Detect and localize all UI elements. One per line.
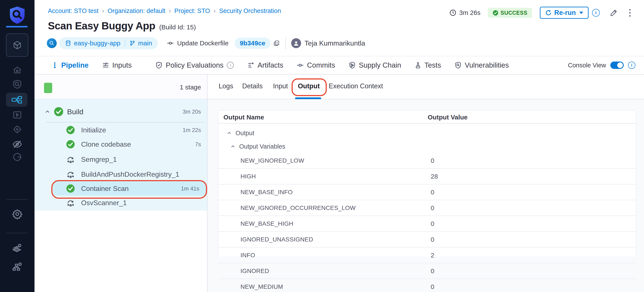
codebase-pill[interactable]: easy-buggy-app main: [59, 37, 158, 49]
active-tab-underline: [295, 97, 321, 99]
copy-icon[interactable]: [273, 40, 280, 47]
group-row-output[interactable]: Output: [218, 126, 644, 140]
rerun-info-icon[interactable]: i: [592, 9, 600, 17]
variable-value: 0: [431, 204, 434, 212]
variable-value: 2: [431, 252, 434, 259]
step-row-clone-codebase[interactable]: Clone codebase 7s: [34, 138, 207, 151]
step-duration: 7s: [195, 141, 201, 148]
rerun-button[interactable]: Re-run: [540, 7, 588, 19]
group-row-output-variables[interactable]: Output Variables: [218, 140, 644, 153]
commit-sha-pill[interactable]: 9b349ce: [235, 38, 270, 49]
tab-input[interactable]: Input: [273, 82, 288, 90]
output-table-header: Output Name Output Value: [218, 111, 636, 123]
tab-execution-context[interactable]: Execution Context: [329, 82, 383, 90]
success-check-icon: [66, 125, 75, 134]
network-settings-icon[interactable]: [0, 261, 34, 272]
stage-name: Build: [67, 107, 84, 116]
scan-shield-icon[interactable]: [0, 79, 34, 89]
collapse-chevron-icon[interactable]: [230, 144, 236, 149]
output-table-card: Output Name Output Value Output Output V…: [218, 110, 636, 256]
collapse-chevron-icon[interactable]: [44, 108, 51, 115]
tab-commits[interactable]: Commits: [296, 56, 335, 74]
output-variable-row: NEW_BASE_HIGH 0: [218, 216, 636, 232]
variable-value: 0: [431, 220, 434, 227]
tab-policy-evaluations[interactable]: Policy Evaluations i: [155, 56, 234, 74]
variable-value: 0: [431, 189, 434, 196]
breadcrumb-project[interactable]: Project: STO: [174, 7, 210, 15]
stage-count-label: 1 stage: [180, 84, 201, 91]
stage-row-build[interactable]: Build 3m 20s: [34, 105, 207, 118]
output-variable-row: NEW_BASE_INFO 0: [218, 185, 636, 200]
policy-evaluations-tab-icon: [155, 62, 162, 69]
tab-inputs[interactable]: Inputs i: [102, 56, 142, 74]
branch-name[interactable]: main: [138, 40, 152, 47]
pipeline-type-icon: [47, 38, 57, 48]
commit-message[interactable]: Update Dockerfile: [177, 40, 228, 47]
breadcrumb-module[interactable]: Security Orchestration: [219, 7, 281, 15]
console-view-toggle[interactable]: [610, 62, 624, 69]
collapse-chevron-icon[interactable]: [226, 130, 232, 136]
target-icon[interactable]: [0, 125, 34, 134]
chevron-right-icon: ›: [214, 7, 216, 14]
page-title: Scan Easy Buggy App: [48, 20, 155, 32]
sidebar-item-pipelines-active[interactable]: [6, 93, 28, 107]
breadcrumb-account[interactable]: Account: STO test: [48, 7, 98, 15]
step-row-container-scan-selected[interactable]: Container Scan 1m 41s: [34, 182, 207, 195]
layers-settings-icon[interactable]: [0, 243, 34, 254]
variable-name: IGNORED: [240, 268, 269, 274]
step-row-build-and-push[interactable]: BuildAndPushDockerRegistry_1: [34, 168, 207, 181]
left-nav-sidebar: [0, 0, 34, 292]
column-output-value: Output Value: [428, 114, 468, 121]
step-group-icon: [66, 170, 75, 179]
settings-gear-icon[interactable]: [0, 209, 34, 219]
step-row-initialize[interactable]: Initialize 1m 22s: [34, 123, 207, 136]
step-name: Clone codebase: [81, 140, 131, 148]
tab-output-active[interactable]: Output: [298, 82, 320, 90]
success-check-icon: [54, 107, 64, 117]
sidebar-divider: [6, 233, 28, 233]
step-name: Initialize: [81, 126, 106, 134]
status-badge: SUCCESS: [488, 8, 532, 18]
tab-logs[interactable]: Logs: [219, 82, 233, 90]
module-selector-button[interactable]: [6, 34, 28, 57]
tab-vulnerabilities[interactable]: Vulnerabilities: [454, 56, 509, 74]
tab-artifacts[interactable]: Artifacts: [247, 56, 283, 74]
step-row-osvscanner[interactable]: OsvScanner_1: [34, 196, 207, 209]
tab-pipeline[interactable]: Pipeline: [51, 56, 89, 74]
harness-sto-logo-icon: [9, 6, 26, 24]
step-name: BuildAndPushDockerRegistry_1: [81, 170, 179, 178]
tab-supply-chain[interactable]: Supply Chain: [348, 56, 401, 74]
console-view-info-icon[interactable]: i: [628, 62, 635, 69]
edit-pencil-icon[interactable]: [610, 9, 618, 17]
tab-tests[interactable]: Tests: [414, 56, 441, 74]
artifacts-tab-icon: [247, 62, 254, 69]
tests-tab-icon: [414, 62, 422, 69]
home-icon[interactable]: [0, 65, 34, 75]
more-options-kebab-icon[interactable]: [629, 9, 631, 17]
policy-info-icon[interactable]: i: [227, 62, 234, 69]
output-variable-row: IGNORED 0: [218, 263, 636, 279]
tab-details[interactable]: Details: [242, 82, 263, 90]
refresh-icon: [545, 10, 552, 16]
output-variable-row: NEW_IGNORED_OCCURRENCES_LOW 0: [218, 200, 636, 216]
eye-off-icon[interactable]: [0, 139, 34, 149]
group-label: Output Variables: [239, 143, 285, 150]
step-details-panel: Logs Details Input Output Execution Cont…: [208, 75, 644, 292]
executions-icon[interactable]: [0, 110, 34, 120]
stage-execution-panel: 1 stage Build 3m 20s: [34, 75, 208, 292]
variable-value: 0: [431, 236, 434, 243]
variable-name: NEW_MEDIUM: [240, 283, 283, 290]
build-id-label: (Build Id: 15): [159, 24, 196, 31]
chevron-right-icon: ›: [102, 7, 104, 14]
group-label: Output: [236, 129, 254, 137]
breadcrumb-organization[interactable]: Organization: default: [108, 7, 166, 15]
power-icon[interactable]: [0, 152, 34, 162]
trigger-author: Teja Kummarikuntla: [304, 39, 365, 47]
pipeline-icon: [11, 96, 22, 104]
step-row-semgrep[interactable]: Semgrep_1: [34, 153, 207, 166]
repo-name[interactable]: easy-buggy-app: [74, 40, 120, 47]
step-name: Semgrep_1: [81, 156, 117, 164]
stage-duration: 3m 20s: [183, 108, 201, 115]
step-group-icon: [66, 198, 75, 207]
step-duration: 1m 22s: [183, 127, 201, 133]
